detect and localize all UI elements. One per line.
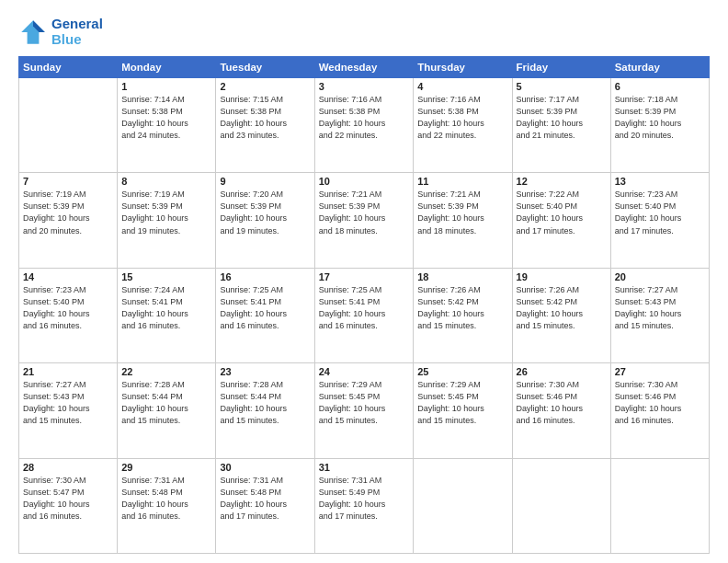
day-number: 24 — [319, 366, 410, 377]
day-info: Sunrise: 7:21 AMSunset: 5:39 PMDaylight:… — [319, 189, 410, 236]
day-number: 6 — [615, 81, 705, 92]
day-number: 13 — [615, 176, 705, 187]
day-info: Sunrise: 7:27 AMSunset: 5:43 PMDaylight:… — [615, 284, 705, 332]
header: General Blue — [18, 17, 710, 47]
calendar-cell: 7Sunrise: 7:19 AMSunset: 5:39 PMDaylight… — [19, 173, 118, 268]
day-number: 27 — [615, 366, 705, 377]
day-number: 10 — [319, 176, 410, 187]
week-row-3: 21Sunrise: 7:27 AMSunset: 5:43 PMDayligh… — [19, 363, 710, 458]
calendar-cell: 30Sunrise: 7:31 AMSunset: 5:48 PMDayligh… — [216, 458, 314, 553]
day-number: 23 — [220, 366, 310, 377]
week-row-1: 7Sunrise: 7:19 AMSunset: 5:39 PMDaylight… — [19, 173, 710, 268]
day-info: Sunrise: 7:30 AMSunset: 5:47 PMDaylight:… — [23, 475, 113, 523]
day-info: Sunrise: 7:26 AMSunset: 5:42 PMDaylight:… — [417, 284, 507, 332]
weekday-header-row: SundayMondayTuesdayWednesdayThursdayFrid… — [19, 57, 710, 78]
calendar-cell — [19, 78, 118, 173]
day-number: 12 — [517, 176, 607, 187]
day-number: 14 — [23, 271, 113, 282]
day-number: 25 — [417, 366, 507, 377]
calendar-cell: 18Sunrise: 7:26 AMSunset: 5:42 PMDayligh… — [414, 268, 512, 362]
day-info: Sunrise: 7:30 AMSunset: 5:46 PMDaylight:… — [517, 379, 607, 427]
page: General Blue SundayMondayTuesdayWednesda… — [0, 0, 728, 563]
calendar-cell: 22Sunrise: 7:28 AMSunset: 5:44 PMDayligh… — [118, 363, 216, 458]
day-info: Sunrise: 7:18 AMSunset: 5:39 PMDaylight:… — [615, 94, 705, 142]
day-info: Sunrise: 7:14 AMSunset: 5:38 PMDaylight:… — [121, 94, 211, 142]
day-info: Sunrise: 7:23 AMSunset: 5:40 PMDaylight:… — [23, 284, 113, 332]
calendar-cell: 17Sunrise: 7:25 AMSunset: 5:41 PMDayligh… — [314, 268, 414, 362]
day-number: 8 — [121, 176, 211, 187]
calendar-header: SundayMondayTuesdayWednesdayThursdayFrid… — [19, 57, 710, 78]
day-info: Sunrise: 7:16 AMSunset: 5:38 PMDaylight:… — [417, 94, 507, 142]
day-number: 1 — [121, 81, 211, 92]
calendar-cell: 8Sunrise: 7:19 AMSunset: 5:39 PMDaylight… — [118, 173, 216, 268]
calendar-cell: 6Sunrise: 7:18 AMSunset: 5:39 PMDaylight… — [610, 78, 709, 173]
day-number: 20 — [615, 271, 705, 282]
day-info: Sunrise: 7:22 AMSunset: 5:40 PMDaylight:… — [517, 189, 607, 236]
calendar-cell: 21Sunrise: 7:27 AMSunset: 5:43 PMDayligh… — [19, 363, 118, 458]
day-info: Sunrise: 7:31 AMSunset: 5:49 PMDaylight:… — [319, 475, 410, 523]
calendar-cell: 29Sunrise: 7:31 AMSunset: 5:48 PMDayligh… — [118, 458, 216, 553]
day-info: Sunrise: 7:20 AMSunset: 5:39 PMDaylight:… — [220, 189, 310, 236]
calendar-cell: 15Sunrise: 7:24 AMSunset: 5:41 PMDayligh… — [118, 268, 216, 362]
day-number: 7 — [23, 176, 113, 187]
calendar-cell: 5Sunrise: 7:17 AMSunset: 5:39 PMDaylight… — [512, 78, 610, 173]
calendar-cell: 2Sunrise: 7:15 AMSunset: 5:38 PMDaylight… — [216, 78, 314, 173]
logo: General Blue — [18, 17, 103, 47]
calendar-cell — [610, 458, 709, 553]
calendar-cell: 27Sunrise: 7:30 AMSunset: 5:46 PMDayligh… — [610, 363, 709, 458]
day-info: Sunrise: 7:26 AMSunset: 5:42 PMDaylight:… — [517, 284, 607, 332]
calendar-cell: 19Sunrise: 7:26 AMSunset: 5:42 PMDayligh… — [512, 268, 610, 362]
weekday-header-tuesday: Tuesday — [216, 57, 314, 78]
day-info: Sunrise: 7:25 AMSunset: 5:41 PMDaylight:… — [220, 284, 310, 332]
weekday-header-saturday: Saturday — [610, 57, 709, 78]
week-row-4: 28Sunrise: 7:30 AMSunset: 5:47 PMDayligh… — [19, 458, 710, 553]
day-number: 31 — [319, 462, 410, 473]
logo-text: General Blue — [51, 17, 103, 47]
day-info: Sunrise: 7:27 AMSunset: 5:43 PMDaylight:… — [23, 379, 113, 427]
day-number: 5 — [517, 81, 607, 92]
calendar-cell — [512, 458, 610, 553]
calendar-cell: 31Sunrise: 7:31 AMSunset: 5:49 PMDayligh… — [314, 458, 414, 553]
calendar-cell: 28Sunrise: 7:30 AMSunset: 5:47 PMDayligh… — [19, 458, 118, 553]
day-number: 11 — [417, 176, 507, 187]
calendar-cell: 4Sunrise: 7:16 AMSunset: 5:38 PMDaylight… — [414, 78, 512, 173]
day-info: Sunrise: 7:28 AMSunset: 5:44 PMDaylight:… — [220, 379, 310, 427]
day-info: Sunrise: 7:21 AMSunset: 5:39 PMDaylight:… — [417, 189, 507, 236]
calendar: SundayMondayTuesdayWednesdayThursdayFrid… — [18, 56, 710, 554]
logo-icon — [18, 17, 48, 47]
day-info: Sunrise: 7:19 AMSunset: 5:39 PMDaylight:… — [23, 189, 113, 236]
calendar-cell: 9Sunrise: 7:20 AMSunset: 5:39 PMDaylight… — [216, 173, 314, 268]
week-row-0: 1Sunrise: 7:14 AMSunset: 5:38 PMDaylight… — [19, 78, 710, 173]
day-number: 30 — [220, 462, 310, 473]
calendar-body: 1Sunrise: 7:14 AMSunset: 5:38 PMDaylight… — [19, 78, 710, 554]
weekday-header-monday: Monday — [118, 57, 216, 78]
calendar-cell: 25Sunrise: 7:29 AMSunset: 5:45 PMDayligh… — [414, 363, 512, 458]
day-info: Sunrise: 7:29 AMSunset: 5:45 PMDaylight:… — [417, 379, 507, 427]
day-number: 9 — [220, 176, 310, 187]
calendar-cell: 16Sunrise: 7:25 AMSunset: 5:41 PMDayligh… — [216, 268, 314, 362]
day-number: 3 — [319, 81, 410, 92]
day-info: Sunrise: 7:24 AMSunset: 5:41 PMDaylight:… — [121, 284, 211, 332]
day-number: 21 — [23, 366, 113, 377]
weekday-header-sunday: Sunday — [19, 57, 118, 78]
day-number: 4 — [417, 81, 507, 92]
calendar-cell: 20Sunrise: 7:27 AMSunset: 5:43 PMDayligh… — [610, 268, 709, 362]
calendar-cell — [414, 458, 512, 553]
day-number: 2 — [220, 81, 310, 92]
day-number: 19 — [517, 271, 607, 282]
calendar-cell: 14Sunrise: 7:23 AMSunset: 5:40 PMDayligh… — [19, 268, 118, 362]
weekday-header-wednesday: Wednesday — [314, 57, 414, 78]
weekday-header-thursday: Thursday — [414, 57, 512, 78]
week-row-2: 14Sunrise: 7:23 AMSunset: 5:40 PMDayligh… — [19, 268, 710, 362]
calendar-cell: 3Sunrise: 7:16 AMSunset: 5:38 PMDaylight… — [314, 78, 414, 173]
weekday-header-friday: Friday — [512, 57, 610, 78]
day-number: 26 — [517, 366, 607, 377]
day-number: 28 — [23, 462, 113, 473]
day-number: 16 — [220, 271, 310, 282]
day-info: Sunrise: 7:17 AMSunset: 5:39 PMDaylight:… — [517, 94, 607, 142]
day-info: Sunrise: 7:31 AMSunset: 5:48 PMDaylight:… — [220, 475, 310, 523]
day-number: 15 — [121, 271, 211, 282]
day-info: Sunrise: 7:19 AMSunset: 5:39 PMDaylight:… — [121, 189, 211, 236]
calendar-cell: 13Sunrise: 7:23 AMSunset: 5:40 PMDayligh… — [610, 173, 709, 268]
calendar-cell: 12Sunrise: 7:22 AMSunset: 5:40 PMDayligh… — [512, 173, 610, 268]
